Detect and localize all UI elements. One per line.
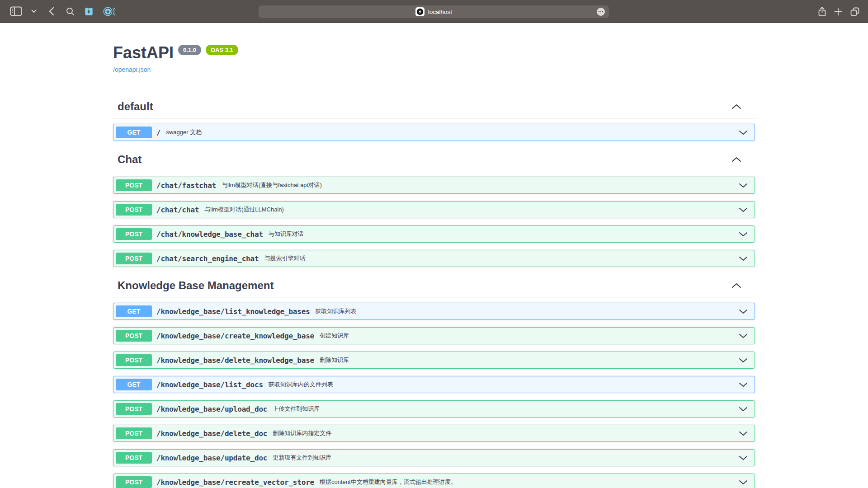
http-method-badge: GET [116,379,152,390]
api-operation-row[interactable]: POST /chat/fastchat 与llm模型对话(直接与fastchat… [113,177,755,194]
http-method-badge: POST [116,228,152,240]
operation-expand-button[interactable] [739,455,748,460]
operation-description: 删除知识库内指定文件 [273,429,331,437]
search-button[interactable] [66,7,75,16]
chevron-down-icon [739,232,748,237]
operation-path: /chat/chat [156,206,199,214]
api-operation-row[interactable]: POST /knowledge_base/recreate_vector_sto… [113,474,755,488]
api-sections: default GET / swagger 文档 Chat [113,95,755,488]
operation-description: 获取知识库内的文件列表 [269,380,333,389]
api-operation-row[interactable]: POST /knowledge_base/delete_doc 删除知识库内指定… [113,425,755,442]
section-collapse-button[interactable] [731,157,741,162]
operation-expand-button[interactable] [739,183,748,188]
operation-expand-button[interactable] [739,358,748,363]
toolbar-left-group [0,6,115,17]
operation-description: 更新现有文件到知识库 [273,454,331,462]
live-extension-button[interactable] [103,6,115,17]
api-operation-row[interactable]: POST /knowledge_base/create_knowledge_ba… [113,327,755,344]
swagger-page: FastAPI 0.1.0 OAS 3.1 /openapi.json defa… [104,44,764,488]
api-info-block: FastAPI 0.1.0 OAS 3.1 /openapi.json [113,44,755,74]
operation-path: / [156,128,160,137]
chevron-down-icon [739,431,748,436]
clip-extension-button[interactable] [84,6,94,17]
browser-toolbar: localhost [0,0,868,23]
operation-description: 创建知识库 [320,332,349,340]
chevron-down-icon [739,309,748,314]
share-button[interactable] [818,6,826,17]
operation-expand-button[interactable] [739,232,748,237]
operation-expand-button[interactable] [739,256,748,261]
live-extension-icon [103,6,115,17]
operation-path: /chat/fastchat [156,181,216,190]
api-operation-row[interactable]: POST /knowledge_base/update_doc 更新现有文件到知… [113,449,755,466]
operation-path: /knowledge_base/recreate_vector_store [156,478,314,487]
address-bar[interactable]: localhost [259,5,609,18]
api-operation-row[interactable]: POST /chat/chat 与llm模型对话(通过LLMChain) [113,201,755,218]
chevron-down-icon [739,333,748,338]
api-operation-row[interactable]: GET / swagger 文档 [113,124,755,141]
operation-path: /knowledge_base/update_doc [156,454,267,462]
operation-expand-button[interactable] [739,480,748,485]
api-operation-row[interactable]: POST /chat/knowledge_base_chat 与知识库对话 [113,225,755,243]
oas-badge: OAS 3.1 [206,45,238,55]
url-text: localhost [428,9,452,15]
page-menu-button[interactable] [597,8,605,16]
back-button[interactable] [48,7,54,16]
chevron-up-icon [731,157,741,162]
section-header[interactable]: Knowledge Base Management [113,274,755,297]
operation-path: /knowledge_base/create_knowledge_base [156,332,314,340]
page-title: FastAPI 0.1.0 OAS 3.1 [113,44,755,62]
http-method-badge: GET [116,305,152,317]
chevron-down-icon [739,358,748,363]
operation-description: 上传文件到知识库 [273,405,320,413]
section-operations: GET /knowledge_base/list_knowledge_bases… [113,297,755,488]
section-operations: GET / swagger 文档 [113,118,755,141]
http-method-badge: POST [116,204,152,216]
operation-expand-button[interactable] [739,207,748,212]
operation-expand-button[interactable] [739,309,748,314]
clip-extension-icon [84,6,94,17]
operation-expand-button[interactable] [739,407,748,412]
new-tab-button[interactable] [834,8,842,16]
api-operation-row[interactable]: POST /knowledge_base/delete_knowledge_ba… [113,352,755,369]
sidebar-toggle-button[interactable] [10,6,22,16]
chevron-down-icon [739,455,748,460]
openapi-spec-link[interactable]: /openapi.json [113,66,151,73]
chevron-down-icon [739,256,748,261]
http-method-badge: POST [116,179,152,191]
chevron-down-icon [739,130,748,135]
operation-expand-button[interactable] [739,431,748,436]
section-collapse-button[interactable] [731,104,741,109]
http-method-badge: POST [116,476,152,488]
section-header[interactable]: Chat [113,148,755,171]
operation-path: /knowledge_base/list_docs [156,380,263,389]
chevron-down-icon [739,480,748,485]
operation-expand-button[interactable] [739,130,748,135]
operation-description: 与llm模型对话(通过LLMChain) [204,206,284,214]
http-method-badge: POST [116,253,152,264]
section-collapse-button[interactable] [731,283,741,288]
operation-description: 与知识库对话 [269,230,304,238]
operation-path: /knowledge_base/upload_doc [156,405,267,413]
chevron-up-icon [731,283,741,288]
api-operation-row[interactable]: POST /knowledge_base/upload_doc 上传文件到知识库 [113,400,755,418]
toolbar-divider [27,6,27,16]
operation-expand-button[interactable] [739,333,748,338]
api-operation-row[interactable]: POST /chat/search_engine_chat 与搜索引擎对话 [113,250,755,267]
http-method-badge: POST [116,452,152,464]
toolbar-right-group [818,0,860,23]
section-header[interactable]: default [113,95,755,118]
operation-path: /knowledge_base/list_knowledge_bases [156,307,310,316]
operation-description: 与搜索引擎对话 [264,254,305,263]
operation-expand-button[interactable] [739,382,748,387]
operation-description: 根据content中文档重建向量库，流式输出处理进度。 [320,478,457,486]
http-method-badge: POST [116,330,152,342]
api-tag-section: Chat POST /chat/fastchat 与llm模型对话(直接与fas… [113,148,755,267]
api-operation-row[interactable]: GET /knowledge_base/list_docs 获取知识库内的文件列… [113,376,755,393]
sidebar-menu-button[interactable] [31,9,37,13]
api-operation-row[interactable]: GET /knowledge_base/list_knowledge_bases… [113,303,755,320]
http-method-badge: POST [116,354,152,366]
chevron-down-icon [739,183,748,188]
tab-overview-button[interactable] [850,7,860,17]
chevron-down-icon [739,407,748,412]
